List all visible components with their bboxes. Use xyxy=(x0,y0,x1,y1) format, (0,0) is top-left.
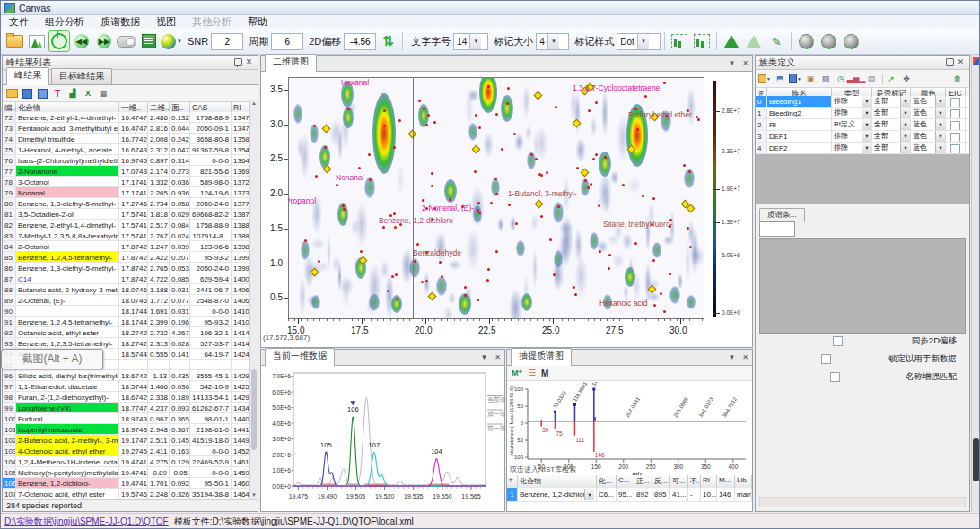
pin-icon[interactable] xyxy=(234,58,242,66)
table-row[interactable]: 105Methoxy(n-pentyloxy)methylsila...19.4… xyxy=(3,467,250,478)
dropdown-arrow-icon[interactable]: ▼ xyxy=(900,143,910,153)
table-row[interactable]: 971,1-Ethanediol, diacetate18.57441.4660… xyxy=(3,381,250,392)
table-row[interactable]: 106Benzene, 1,2-dichloro-19.47411.7010.0… xyxy=(3,478,250,489)
column-header[interactable]: 化合物 xyxy=(518,475,597,488)
eic-checkbox[interactable] xyxy=(950,98,960,107)
dropdown-arrow-icon[interactable]: ▼ xyxy=(862,96,871,107)
excel-export-icon[interactable]: X xyxy=(82,88,94,100)
move-icon[interactable]: ✥ xyxy=(900,73,913,84)
refresh-button[interactable]: ⇅ xyxy=(377,30,398,52)
table-row[interactable]: 74Dimethyl trisulfide16.77422.0080.24236… xyxy=(3,134,250,144)
scroll-down-icon[interactable]: ▼ xyxy=(250,492,258,499)
table-row[interactable]: 85Benzene, 1,2,4,5-tetramethyl-17.87422.… xyxy=(3,252,250,263)
table-row[interactable]: 98Furan, 2-(1,2-diethoxyethyl)-18.67422.… xyxy=(3,392,250,403)
panel-close-icon[interactable]: ✕ xyxy=(491,353,504,361)
panel-close-icon[interactable]: ✕ xyxy=(739,353,752,361)
open-data-button[interactable] xyxy=(4,30,25,52)
group-type-dropdown[interactable]: RI定义▼ xyxy=(832,119,872,130)
table-row[interactable]: 1077-Octenoic acid, ethyl ester19.57462.… xyxy=(3,489,250,499)
table-row[interactable]: 772-Nonanone17.07432.1740.273821-55-6136… xyxy=(3,166,250,177)
history-clock-icon[interactable]: ◷ xyxy=(835,73,847,84)
save-icon[interactable] xyxy=(21,88,33,100)
column-header[interactable]: Lib xyxy=(735,475,752,488)
column-header[interactable]: RI xyxy=(701,475,717,488)
group-mark-dropdown[interactable]: 全部▼ xyxy=(872,143,911,153)
markerstyle-combo[interactable]: Dot▼ xyxy=(617,33,661,50)
save-as-icon[interactable] xyxy=(36,88,48,100)
table-row[interactable]: 100Furfural18.97430.9670.36598-01-11440 xyxy=(3,413,250,424)
dropdown-arrow-icon[interactable]: ▼ xyxy=(637,34,649,49)
group-mark-dropdown[interactable]: 全部▼ xyxy=(872,108,911,118)
table-row[interactable]: 72Benzene, 2-ethyl-1,4-dimethyl-16.47472… xyxy=(3,112,250,123)
group-mark-dropdown[interactable]: 全部▼ xyxy=(872,96,911,107)
report-table-icon[interactable]: ▦ xyxy=(97,88,109,100)
dropdown-arrow-icon[interactable]: ▼ xyxy=(469,34,481,49)
dropdown-arrow-icon[interactable]: ▼ xyxy=(862,119,871,130)
column-header[interactable]: M... xyxy=(717,475,735,488)
dropdown-arrow-icon[interactable]: ▼ xyxy=(584,489,594,500)
menu-item-4[interactable]: 其他分析 xyxy=(184,14,240,30)
tab-current-1d[interactable]: 当前一维数据 xyxy=(265,348,335,366)
eic-checkbox[interactable] xyxy=(950,121,960,130)
dropdown-arrow-icon[interactable]: ▼ xyxy=(935,119,945,130)
column-header[interactable]: 不... xyxy=(688,475,701,488)
ms-condition-input[interactable] xyxy=(759,221,795,237)
table-row[interactable]: 1041,2,4-Metheno-1H-indene, octah...19.4… xyxy=(3,456,250,467)
ghost-peak-button[interactable] xyxy=(743,30,765,52)
mass-spectrum[interactable]: 1005005010050100150200250300350400m/zAbu… xyxy=(507,382,754,477)
panel-menu-icon[interactable]: ▼ xyxy=(477,353,491,361)
option-checkbox[interactable] xyxy=(833,336,843,346)
eic-checkbox[interactable] xyxy=(950,109,960,118)
menu-item-5[interactable]: 帮助 xyxy=(240,14,276,30)
dropdown-arrow-icon[interactable]: ▼ xyxy=(935,131,945,142)
fontsize-combo[interactable]: 14▼ xyxy=(453,33,488,50)
ms-table-row[interactable]: 1Benzene, 1,2-dichloro-▼C6...95...892895… xyxy=(507,488,752,502)
group-color-dropdown[interactable]: 蓝色▼ xyxy=(911,108,946,118)
close-icon[interactable]: ✕ xyxy=(244,57,254,67)
column-header[interactable]: # xyxy=(507,475,518,488)
group-type-dropdown[interactable]: 排除▼ xyxy=(832,108,872,118)
group-row[interactable]: 4DEF2排除▼全部▼蓝色▼ xyxy=(756,143,969,154)
merge-blob-button[interactable] xyxy=(818,30,839,52)
column-chart-button[interactable] xyxy=(669,30,690,52)
offset-input[interactable] xyxy=(344,33,376,50)
dropdown-arrow-icon[interactable]: ▼ xyxy=(862,143,871,153)
scroll-thumb[interactable] xyxy=(251,369,257,450)
group-type-dropdown[interactable]: 排除▼ xyxy=(832,96,872,107)
group-mark-dropdown[interactable]: 全部▼ xyxy=(872,119,911,130)
table-row[interactable]: 87C1417.87424.7220.085629-59-41400 xyxy=(3,273,250,284)
dropdown-arrow-icon[interactable]: ▼ xyxy=(900,108,910,118)
dropdown-arrow-icon[interactable]: ▼ xyxy=(547,34,559,49)
group-row[interactable]: 1Bleeding2排除▼全部▼蓝色▼ xyxy=(756,108,969,119)
markersize-combo[interactable]: 4▼ xyxy=(536,33,569,50)
table-row[interactable]: 101Isopentyl hexanoate18.97432.9480.3672… xyxy=(3,424,250,435)
text-color-icon[interactable]: T xyxy=(51,88,64,100)
table-row[interactable]: 73Pentanoic acid, 3-methylbutyl es...16.… xyxy=(3,123,250,134)
picture-icon[interactable]: ▨ xyxy=(819,73,832,84)
table-row[interactable]: 1034-Octenoic acid, ethyl ether19.27452.… xyxy=(3,446,250,456)
tab-target-peak-results[interactable]: 目标峰结果 xyxy=(51,68,112,84)
group-type-dropdown[interactable]: 排除▼ xyxy=(832,131,872,142)
histogram-icon[interactable]: ▃▅▂ xyxy=(850,73,862,84)
table-row[interactable]: 96Silicic acid, diethyl bis(trimethylsi.… xyxy=(3,370,250,381)
import-icon[interactable]: ⬒ xyxy=(774,73,786,84)
plot2d-canvas[interactable]: Hexanal1,3,5,7-CyclooctatetraeneFurfuryl… xyxy=(288,77,704,319)
peak-table-scrollbar[interactable]: ▲ ▼ xyxy=(249,100,258,499)
report-button[interactable] xyxy=(138,30,160,52)
column-header[interactable]: 反... xyxy=(652,475,670,488)
table-row[interactable]: 88Butanoic acid, 2-hydroxy-3-met...18.07… xyxy=(3,284,250,295)
tab-2d-plot[interactable]: 二维谱图 xyxy=(265,54,317,72)
delete-blob-button[interactable] xyxy=(840,30,862,52)
tab-peak-results[interactable]: 峰结果 xyxy=(6,67,49,85)
dropdown-arrow-icon[interactable]: ▼ xyxy=(935,96,945,107)
menu-item-3[interactable]: 视图 xyxy=(148,14,184,30)
delete-trash-icon[interactable]: 🗑 xyxy=(951,73,964,84)
next-button[interactable]: ▶▶ xyxy=(93,30,115,52)
table-row[interactable]: 9018.17441.6910.0310-0-01410 xyxy=(3,306,250,317)
column-header[interactable]: 正... xyxy=(634,475,652,488)
dropdown-arrow-icon[interactable]: ▼ xyxy=(862,131,871,142)
open-icon[interactable] xyxy=(5,88,18,100)
option-checkbox[interactable] xyxy=(821,354,831,364)
table-row[interactable]: 76trans-(2-Chlorovinyl)methyldieth...16.… xyxy=(3,155,250,166)
split-blob-button[interactable] xyxy=(795,30,817,52)
